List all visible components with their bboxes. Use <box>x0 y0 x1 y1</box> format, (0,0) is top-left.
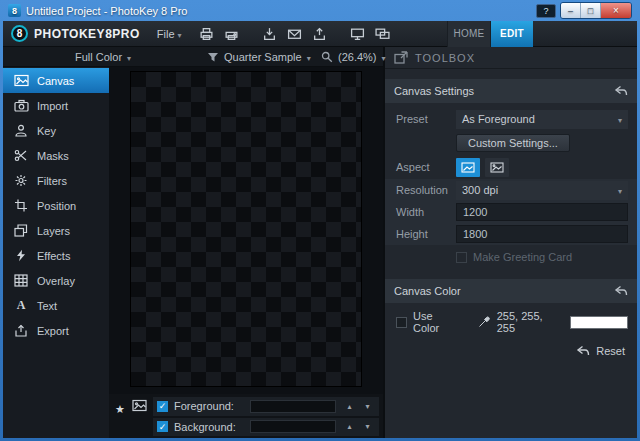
width-field[interactable]: 1200 <box>456 203 628 221</box>
maximize-icon <box>588 6 593 16</box>
background-down-button[interactable] <box>360 420 375 434</box>
email-button[interactable] <box>284 24 306 44</box>
sidebar-item-layers[interactable]: Layers <box>3 218 109 243</box>
color-swatch[interactable] <box>570 316 628 329</box>
caret-up-icon <box>347 422 351 431</box>
window-title: Untitled Project - PhotoKey 8 Pro <box>26 5 531 17</box>
close-icon <box>613 5 619 16</box>
eyedropper-button[interactable] <box>478 315 491 330</box>
app-window: 8 Untitled Project - PhotoKey 8 Pro ? 8 … <box>0 0 640 441</box>
sidebar-item-export[interactable]: Export <box>3 318 109 343</box>
sidebar-item-text[interactable]: A Text <box>3 293 109 318</box>
background-row: Background: <box>153 418 379 437</box>
foreground-dropdown[interactable] <box>250 400 336 413</box>
sidebar-item-import[interactable]: Import <box>3 93 109 118</box>
tab-home[interactable]: HOME <box>447 21 490 47</box>
reset-row: Reset <box>385 345 637 357</box>
canvas-viewport: Foreground: Background: <box>109 67 383 438</box>
aspect-portrait-button[interactable] <box>456 158 480 177</box>
export-icon <box>13 324 29 337</box>
magnifier-icon <box>321 51 333 63</box>
help-button[interactable]: ? <box>536 4 556 18</box>
sidebar-item-filters[interactable]: Filters <box>3 168 109 193</box>
background-checkbox[interactable] <box>157 421 168 432</box>
monitor-button[interactable] <box>347 24 369 44</box>
picture-icon[interactable] <box>132 399 147 412</box>
overlay-grid-icon <box>13 274 29 287</box>
background-dropdown[interactable] <box>250 420 336 433</box>
caret-down-icon <box>618 113 622 125</box>
funnel-icon <box>207 52 219 63</box>
foreground-up-button[interactable] <box>342 399 357 413</box>
print-setup-icon <box>224 27 239 41</box>
star-icon[interactable] <box>115 399 125 417</box>
app-icon: 8 <box>8 4 21 17</box>
reset-section-button[interactable] <box>614 85 628 97</box>
canvas-icon <box>13 74 29 87</box>
import-file-button[interactable] <box>259 24 281 44</box>
reset-section-button[interactable] <box>614 285 628 297</box>
make-greeting-card-checkbox[interactable] <box>456 252 467 263</box>
caret-down-icon <box>307 51 311 63</box>
logo-badge: 8 <box>11 25 28 42</box>
dual-monitor-button[interactable] <box>372 24 394 44</box>
text-icon: A <box>13 298 29 313</box>
caret-down-icon <box>382 51 386 63</box>
resolution-row: Resolution 300 dpi <box>385 179 637 201</box>
sample-mode-dropdown[interactable]: Quarter Sample <box>207 47 311 67</box>
reset-button[interactable]: Reset <box>596 345 625 357</box>
foreground-checkbox[interactable] <box>157 401 168 412</box>
close-button[interactable] <box>601 3 631 18</box>
preset-row: Preset As Foreground <box>385 107 637 131</box>
canvas-checkerboard[interactable] <box>130 71 362 387</box>
key-person-icon <box>13 124 29 137</box>
maximize-button[interactable] <box>581 3 601 18</box>
tab-edit[interactable]: EDIT <box>490 21 533 47</box>
undo-arrow-icon <box>614 285 628 297</box>
aspect-portrait-icon <box>461 162 475 173</box>
toolbox-header: TOOLBOX <box>385 47 637 69</box>
app-body: 8 PHOTOKEY8PRO File <box>3 21 637 438</box>
print-button[interactable] <box>196 24 218 44</box>
canvas-settings-header: Canvas Settings <box>385 79 637 103</box>
export-file-button[interactable] <box>309 24 331 44</box>
window-controls: ? <box>536 2 632 19</box>
filters-icon <box>13 174 29 187</box>
sidebar-item-effects[interactable]: Effects <box>3 243 109 268</box>
aspect-landscape-button[interactable] <box>485 158 509 177</box>
background-up-button[interactable] <box>342 420 357 434</box>
use-color-checkbox[interactable] <box>396 317 407 328</box>
zoom-dropdown[interactable]: (26.4%) <box>321 47 386 67</box>
print-setup-button[interactable] <box>221 24 243 44</box>
caret-down-icon <box>365 422 369 431</box>
preset-dropdown[interactable]: As Foreground <box>456 110 628 129</box>
height-field[interactable]: 1800 <box>456 225 628 243</box>
sidebar-item-position[interactable]: Position <box>3 193 109 218</box>
sidebar-item-masks[interactable]: Masks <box>3 143 109 168</box>
sidebar-item-key[interactable]: Key <box>3 118 109 143</box>
height-row: Height 1800 <box>385 223 637 245</box>
eyedropper-icon <box>478 315 491 328</box>
titlebar: 8 Untitled Project - PhotoKey 8 Pro ? <box>3 0 637 21</box>
foreground-down-button[interactable] <box>360 399 375 413</box>
aspect-row: Aspect <box>385 155 637 179</box>
greeting-card-row: Make Greeting Card <box>385 245 637 269</box>
position-crop-icon <box>13 199 29 212</box>
reset-button-icon <box>576 345 590 357</box>
layer-bar: Foreground: Background: <box>109 394 383 438</box>
print-icon <box>199 27 214 41</box>
effects-icon <box>13 249 29 262</box>
canvas-color-header: Canvas Color <box>385 279 637 303</box>
caret-down-icon <box>178 28 182 40</box>
camera-icon <box>13 99 29 112</box>
sidebar-item-canvas[interactable]: Canvas <box>3 68 109 93</box>
minimize-icon <box>568 6 573 16</box>
file-menu[interactable]: File <box>153 28 186 40</box>
caret-down-icon <box>618 184 622 196</box>
custom-settings-button[interactable]: Custom Settings... <box>456 134 570 152</box>
sidebar-item-overlay[interactable]: Overlay <box>3 268 109 293</box>
resolution-dropdown[interactable]: 300 dpi <box>456 181 628 200</box>
color-mode-dropdown[interactable]: Full Color <box>75 47 131 67</box>
width-row: Width 1200 <box>385 201 637 223</box>
minimize-button[interactable] <box>561 3 581 18</box>
